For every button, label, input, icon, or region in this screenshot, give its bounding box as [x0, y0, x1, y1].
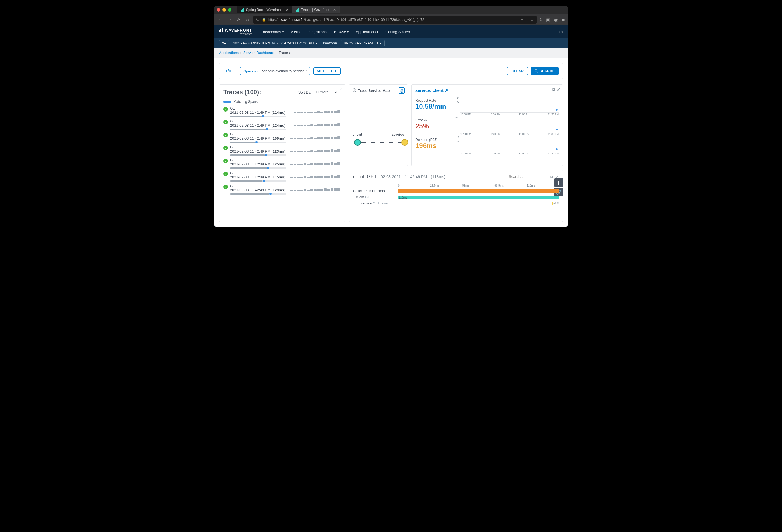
browser-tab[interactable]: Spring Boot | Wavefront ✕ [237, 6, 292, 13]
nav-getting-started[interactable]: Getting Started [385, 30, 410, 34]
menu-icon[interactable]: ≡ [562, 17, 565, 23]
forward-icon[interactable]: → [226, 16, 233, 23]
tz-select[interactable]: BROWSER DEFAULT▾ [341, 40, 385, 46]
crumb-applications[interactable]: Applications [219, 50, 239, 55]
account-icon[interactable]: ◉ [554, 17, 558, 23]
trace-timestamp: 2021-02-03 11:42:49 PM [230, 149, 271, 153]
add-filter-button[interactable]: ADD FILTER [314, 67, 341, 75]
url-input[interactable]: 🛡 🔒 https://wavefront.surf/tracing/searc… [253, 16, 536, 24]
gantt-search-input[interactable] [507, 173, 546, 180]
mini-chart[interactable]: 1k.5k 10:00 PM10:30 PM11:00 PM11:30 PM [460, 96, 559, 113]
trace-item[interactable]: ✓ GET 2021-02-03 11:42:49 PM (124ms) [223, 119, 340, 130]
status-ok-icon: ✓ [223, 159, 228, 163]
map-node-client[interactable] [354, 139, 361, 146]
svg-rect-0 [241, 9, 242, 11]
trace-item[interactable]: ✓ GET 2021-02-03 11:42:49 PM (114ms) [223, 106, 340, 117]
nav-dashboards[interactable]: Dashboards▾ [261, 30, 283, 34]
stat-label: Request Rate [416, 99, 452, 103]
more-url-icon[interactable]: ⋯ [520, 18, 523, 22]
trace-progress-bar [230, 142, 286, 143]
reader-icon[interactable]: ⬚ [525, 18, 528, 22]
trace-item[interactable]: ✓ GET 2021-02-03 11:42:49 PM (115ms) [223, 171, 340, 182]
chevron-down-icon: ▾ [316, 42, 317, 45]
back-icon[interactable]: ← [217, 16, 223, 23]
brand-logo[interactable]: WAVEFRONT by vmware [219, 28, 257, 35]
trace-item[interactable]: ✓ GET 2021-02-03 11:42:49 PM (100ms) [223, 132, 340, 143]
copy-icon[interactable]: ⧉ [550, 174, 553, 179]
tab-close-icon[interactable]: ✕ [286, 8, 288, 12]
library-icon[interactable]: ⑊ [539, 17, 542, 23]
trace-method: GET [230, 106, 340, 110]
download-icon[interactable]: ⭳ [555, 178, 563, 187]
filter-chip-operation[interactable]: Operation console-availability.service.* [240, 67, 310, 75]
lock-icon[interactable]: 🔒 [262, 18, 266, 22]
trace-item[interactable]: ✓ GET 2021-02-03 11:42:49 PM (129ms) [223, 184, 340, 194]
svg-rect-5 [298, 8, 299, 11]
gantt-row[interactable]: service GET /avail... 1ms [353, 200, 559, 207]
close-window-icon[interactable] [217, 8, 220, 11]
trace-method: GET [230, 132, 340, 136]
nav-alerts[interactable]: Alerts [291, 30, 300, 34]
tab-close-icon[interactable]: ✕ [333, 8, 336, 12]
browser-tab[interactable]: Traces | Wavefront ✕ [292, 6, 340, 13]
sort-by: Sort By: Outliers [298, 89, 343, 95]
status-ok-icon: ✓ [223, 120, 228, 125]
gantt-body: 029.5ms59ms88.5ms118ms Critical Path Bre… [353, 184, 559, 207]
time-preset-button[interactable]: 2H [219, 40, 229, 46]
sort-select[interactable]: Outliers [314, 89, 338, 95]
browser-tabs: Spring Boot | Wavefront ✕ Traces | Wavef… [237, 6, 348, 13]
service-map-canvas[interactable]: client service ▶ [353, 93, 404, 168]
trace-duration: 115ms [273, 175, 284, 179]
tab-title: Spring Boot | Wavefront [246, 8, 282, 12]
trace-list[interactable]: ✓ GET 2021-02-03 11:42:49 PM (114ms) ✓ G… [223, 106, 343, 218]
shield-icon[interactable]: 🛡 [256, 18, 259, 22]
trace-timestamp: 2021-02-03 11:42:49 PM [230, 175, 271, 179]
info-icon[interactable]: ⓘ [353, 88, 356, 93]
gantt-row[interactable]: – client GET 118ms [353, 194, 559, 200]
mini-chart[interactable]: 200 10:00 PM10:30 PM11:00 PM11:30 PM [460, 116, 559, 132]
settings-gear-icon[interactable]: ⚙ [559, 29, 563, 35]
tz-label: Timezone [321, 41, 337, 45]
status-ok-icon: ✓ [223, 184, 228, 189]
gantt-row[interactable]: Critical Path Breakdo... [353, 188, 559, 194]
expand-panel-icon[interactable]: ⤢ [340, 87, 343, 91]
gantt-bar-client: 118ms [398, 196, 559, 199]
mini-chart[interactable]: .2.15 10:00 PM10:30 PM11:00 PM11:30 PM [460, 136, 559, 152]
expand-panel-icon[interactable]: ⤢ [557, 87, 560, 92]
trace-timestamp: 2021-02-03 11:42:49 PM [230, 162, 271, 166]
home-icon[interactable]: ⌂ [244, 16, 251, 23]
sidebar-icon[interactable]: ▣ [546, 17, 550, 23]
browser-window: Spring Boot | Wavefront ✕ Traces | Wavef… [214, 6, 568, 227]
code-toggle-icon[interactable]: </> [223, 69, 233, 74]
focus-crosshair-icon[interactable]: ◎ [399, 87, 405, 94]
stat-value: 25% [416, 122, 452, 130]
new-tab-button[interactable]: + [340, 6, 348, 13]
star-icon[interactable]: ☆ [531, 18, 534, 22]
nav-integrations[interactable]: Integrations [308, 30, 327, 34]
stats-title[interactable]: service: client ↗ [416, 88, 448, 93]
stat-label: Error % [416, 118, 452, 122]
nav-browse[interactable]: Browse▾ [334, 30, 349, 34]
nav-applications[interactable]: Applications▾ [356, 30, 378, 34]
map-node-service[interactable] [401, 139, 408, 146]
copy-icon[interactable]: ⧉ [552, 87, 555, 92]
crumb-service-dashboard[interactable]: Service Dashboard [243, 50, 275, 55]
time-range-picker[interactable]: 2021-02-03 09:45:31 PM to 2021-02-03 11:… [233, 41, 317, 45]
gantt-date: 02-03-2021 [381, 174, 401, 179]
legend-swatch [223, 101, 231, 103]
reload-icon[interactable]: ⟳ [236, 16, 242, 23]
maximize-window-icon[interactable] [228, 8, 232, 11]
search-icon [535, 69, 538, 73]
trace-item[interactable]: ✓ GET 2021-02-03 11:42:49 PM (125ms) [223, 158, 340, 169]
time-to-word: to [272, 41, 275, 45]
trace-item[interactable]: ✓ GET 2021-02-03 11:42:49 PM (123ms) [223, 145, 340, 156]
trace-progress-bar [230, 129, 286, 130]
trace-sparkbars [290, 123, 340, 127]
search-button[interactable]: SEARCH [531, 67, 559, 75]
filter-row: </> Operation console-availability.servi… [219, 63, 563, 79]
tab-title: Traces | Wavefront [301, 8, 329, 12]
trace-method: GET [230, 184, 340, 188]
trace-duration: 129ms [273, 188, 284, 192]
minimize-window-icon[interactable] [222, 8, 226, 11]
clear-button[interactable]: CLEAR [507, 67, 528, 75]
